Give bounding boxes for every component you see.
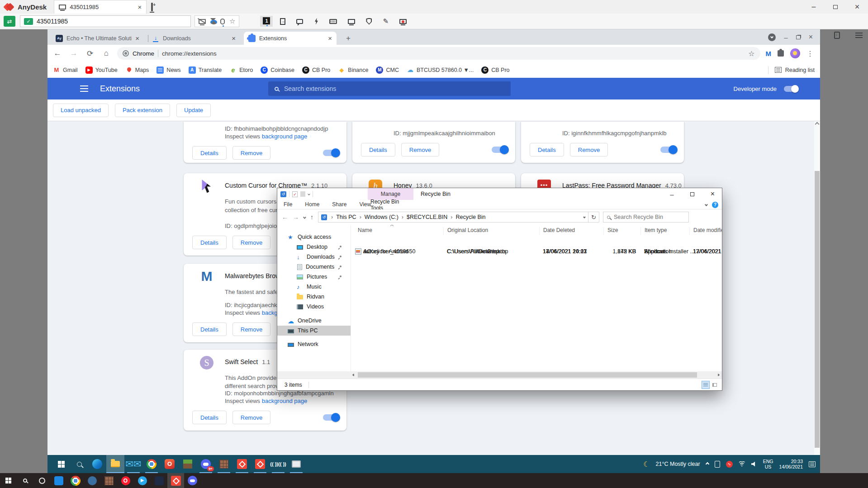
hourglass-icon[interactable] bbox=[210, 18, 216, 24]
collapse-ribbon-icon[interactable] bbox=[705, 203, 708, 206]
bookmark-binance[interactable]: Binance bbox=[338, 66, 368, 74]
bookmark-etoro[interactable]: Etoro bbox=[229, 66, 253, 74]
sidebar-this-pc[interactable]: This PC bbox=[277, 326, 351, 336]
new-session-button[interactable]: + bbox=[151, 4, 153, 10]
developer-mode-toggle[interactable] bbox=[784, 86, 798, 92]
bookmark-btcusd[interactable]: BTCUSD 57860.0 ▼... bbox=[407, 66, 474, 74]
background-page-link[interactable]: background page bbox=[262, 133, 307, 140]
explorer-maximize-button[interactable] bbox=[682, 188, 702, 200]
menu-icon[interactable] bbox=[855, 33, 863, 33]
host-taskbar-app-dark[interactable] bbox=[151, 473, 167, 488]
language-indicator[interactable]: ENGUS bbox=[763, 459, 773, 469]
sidebar-ridvan[interactable]: Ridvan bbox=[277, 292, 351, 302]
column-header[interactable]: Item type bbox=[640, 227, 689, 235]
breadcrumb-segment[interactable]: $RECYCLE.BIN bbox=[398, 214, 447, 220]
remote-taskbar-app[interactable] bbox=[287, 455, 305, 473]
anydesk-address-field[interactable]: ✓ bbox=[20, 15, 191, 27]
host-taskbar-discord[interactable] bbox=[184, 473, 201, 488]
chrome-close-button[interactable] bbox=[809, 33, 813, 41]
malwarebytes-extension-icon[interactable] bbox=[766, 50, 772, 57]
reading-list-button[interactable]: Reading list bbox=[768, 62, 815, 78]
nav-history-icon[interactable] bbox=[303, 215, 306, 218]
remote-taskbar-chrome[interactable] bbox=[142, 455, 161, 473]
extensions-action-button[interactable]: Pack extension bbox=[115, 104, 170, 117]
site-info-icon[interactable] bbox=[123, 50, 129, 57]
display-monitor-icon[interactable] bbox=[348, 19, 355, 24]
remove-button[interactable]: Remove bbox=[232, 236, 270, 249]
host-taskbar-app-ring[interactable] bbox=[33, 473, 50, 488]
sidebar-quick-access[interactable]: Quick access bbox=[277, 232, 351, 242]
nav-forward-icon[interactable]: → bbox=[293, 213, 299, 221]
extensions-action-button[interactable]: Load unpacked bbox=[53, 104, 109, 117]
host-taskbar-telegram[interactable] bbox=[134, 473, 151, 488]
breadcrumb-segment[interactable]: Recycle Bin bbox=[447, 214, 485, 220]
host-start-button[interactable] bbox=[0, 473, 17, 488]
scroll-left-arrow[interactable] bbox=[352, 374, 355, 376]
host-taskbar-teamspeak[interactable] bbox=[84, 473, 100, 488]
nav-back-icon[interactable]: ← bbox=[282, 213, 288, 221]
host-taskbar-anydesk[interactable] bbox=[167, 473, 184, 488]
recycle-bin-tools-tab[interactable]: Recycle Bin Tools bbox=[370, 200, 411, 209]
remote-taskbar-discord[interactable]: 9+ bbox=[197, 455, 215, 473]
background-page-link[interactable]: background page bbox=[262, 398, 307, 404]
extension-enabled-toggle[interactable] bbox=[492, 147, 508, 153]
address-book-icon[interactable] bbox=[834, 32, 840, 39]
window-close-button[interactable] bbox=[846, 0, 868, 14]
details-button[interactable]: Details bbox=[530, 143, 564, 156]
scrollbar-thumb[interactable] bbox=[815, 171, 820, 448]
explorer-search-box[interactable] bbox=[603, 212, 689, 223]
profile-avatar[interactable] bbox=[790, 48, 800, 58]
clipboard-cylinder-icon[interactable] bbox=[220, 19, 225, 24]
remote-taskbar-crafting-table[interactable] bbox=[215, 455, 233, 473]
tab-echo[interactable]: Echo • The Ultimate Solution bbox=[51, 32, 144, 45]
host-taskbar-app-blue[interactable] bbox=[50, 473, 67, 488]
ribbon-tab[interactable]: Home bbox=[299, 200, 326, 209]
new-tab-button[interactable] bbox=[344, 34, 353, 43]
remote-taskbar-office[interactable] bbox=[161, 455, 179, 473]
bookmark-star-icon[interactable] bbox=[748, 49, 754, 58]
sidebar-downloads[interactable]: Downloads bbox=[277, 252, 351, 262]
tab-downloads[interactable]: Downloads bbox=[147, 32, 240, 45]
forward-button[interactable]: → bbox=[67, 47, 80, 60]
remove-button[interactable]: Remove bbox=[570, 143, 608, 156]
chat-icon[interactable] bbox=[296, 19, 303, 24]
extensions-action-button[interactable]: Update bbox=[176, 104, 211, 117]
host-taskbar-minecraft[interactable] bbox=[100, 473, 117, 488]
monitor-tab-button[interactable]: 1 bbox=[260, 16, 273, 27]
hidden-icons-chevron[interactable] bbox=[705, 462, 709, 466]
remove-button[interactable]: Remove bbox=[232, 322, 270, 336]
remote-taskbar-minecraft[interactable] bbox=[179, 455, 197, 473]
monitor-off-icon[interactable] bbox=[199, 19, 206, 24]
anydesk-session-tab[interactable]: 435011985 bbox=[54, 0, 147, 14]
bookmark-cmc[interactable]: CMC bbox=[376, 66, 398, 74]
help-icon[interactable] bbox=[712, 202, 718, 208]
thumbnail-view-button[interactable] bbox=[711, 381, 719, 389]
tab-extensions[interactable]: Extensions bbox=[244, 32, 337, 45]
hscrollbar-thumb[interactable] bbox=[358, 372, 697, 378]
whiteboard-pen-icon[interactable] bbox=[383, 17, 389, 25]
remote-taskbar-mail[interactable] bbox=[124, 455, 142, 473]
tab-close-icon[interactable] bbox=[135, 34, 139, 42]
bookmark-cbpro[interactable]: CB Pro bbox=[302, 66, 330, 74]
host-taskbar-chrome[interactable] bbox=[67, 473, 84, 488]
chrome-minimize-button[interactable] bbox=[784, 33, 787, 41]
menu-hamburger-icon[interactable] bbox=[80, 88, 88, 89]
extension-enabled-toggle[interactable] bbox=[323, 414, 339, 421]
host-taskbar-opera[interactable] bbox=[117, 473, 134, 488]
switch-sides-icon[interactable]: ⇄ bbox=[4, 16, 15, 27]
sidebar-desktop[interactable]: Desktop bbox=[277, 242, 351, 252]
tab-search-button[interactable] bbox=[768, 33, 776, 41]
reload-button[interactable]: ⟳ bbox=[84, 47, 96, 60]
volume-icon[interactable] bbox=[751, 462, 757, 467]
anydesk-address-input[interactable] bbox=[37, 18, 150, 25]
column-header[interactable]: Original Location bbox=[443, 227, 539, 235]
bookmark-translate[interactable]: Translate bbox=[189, 66, 222, 74]
host-search-button[interactable] bbox=[17, 473, 33, 488]
column-header[interactable]: Date modified bbox=[689, 227, 722, 235]
sidebar-music[interactable]: Music bbox=[277, 282, 351, 292]
ribbon-tab[interactable]: File bbox=[277, 200, 299, 209]
home-button[interactable]: ⌂ bbox=[100, 47, 113, 60]
sidebar-documents[interactable]: Documents bbox=[277, 262, 351, 272]
search-input[interactable] bbox=[284, 85, 465, 92]
sidebar-videos[interactable]: Videos bbox=[277, 302, 351, 312]
